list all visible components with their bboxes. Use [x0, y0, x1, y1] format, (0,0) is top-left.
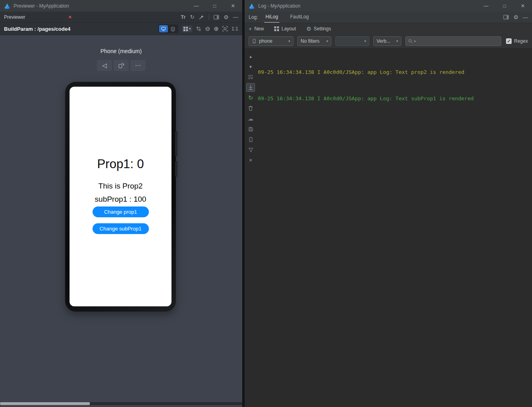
log-line: 09-25 16:34:34.138 I A0c0d0/JSApp: app L… [258, 68, 529, 77]
phone-volume-button [175, 131, 177, 157]
zoom-ratio-label[interactable]: 1:1 [231, 26, 238, 32]
close-button[interactable]: × [514, 0, 532, 12]
change-prop1-button[interactable]: Change prop1 [92, 206, 149, 217]
scroll-to-top-button[interactable]: ▲ [246, 52, 255, 61]
restart-icon: ↻ [248, 94, 253, 101]
toolbar-divider [209, 14, 209, 20]
phone-icon [252, 39, 257, 44]
soft-wrap-button[interactable] [246, 73, 255, 81]
maximize-button[interactable]: □ [205, 0, 224, 12]
horizontal-scrollbar[interactable] [0, 402, 242, 405]
archive-button[interactable]: ☁ [246, 114, 255, 123]
hide-panel-icon[interactable]: — [233, 14, 238, 20]
layers-view-toggle[interactable] [169, 25, 177, 32]
close-icon: × [521, 2, 524, 10]
hide-panel-icon[interactable]: — [523, 14, 528, 20]
filter-select[interactable]: No filters ▾ [297, 36, 331, 46]
device-label: Phone (medium) [0, 48, 242, 54]
close-button[interactable]: × [224, 0, 242, 12]
chevron-down-icon: ▾ [189, 27, 191, 31]
save-icon [248, 127, 253, 132]
minimize-button[interactable]: — [187, 0, 205, 12]
build-param-row: BuildParam : /pages/code4 ▾ ⊖ ⊕ [0, 23, 242, 35]
change-subprop1-button[interactable]: Change subProp1 [92, 223, 149, 234]
crop-frame-icon[interactable] [196, 26, 201, 32]
search-options-icon[interactable]: ▾ [414, 40, 416, 43]
log-level-value: Verb... [377, 38, 391, 44]
layout-button[interactable]: Layout [274, 26, 296, 32]
log-titlebar: Log - MyApplication — □ × [245, 0, 532, 12]
tab-faultlog[interactable]: FaultLog [289, 12, 310, 23]
prop1-text: Prop1: 0 [70, 157, 171, 171]
tab-previewer[interactable]: Previewer [4, 14, 25, 20]
scroll-top-icon: ▲ [249, 54, 253, 59]
device-log-button[interactable] [246, 135, 255, 144]
device-select-value: phone [259, 38, 272, 44]
scrollbar-thumb[interactable] [0, 402, 90, 405]
grid-options-dropdown[interactable]: ▾ [182, 26, 193, 32]
save-log-button[interactable] [246, 125, 255, 133]
process-select[interactable]: ▾ [335, 36, 369, 46]
log-level-select[interactable]: Verb... ▾ [373, 36, 401, 46]
phone-icon [248, 137, 253, 142]
minimize-icon: — [484, 3, 488, 9]
clear-log-button[interactable] [246, 104, 255, 113]
chevron-down-icon: ▾ [396, 39, 398, 43]
rotate-button[interactable] [114, 60, 129, 71]
screen-view-toggle[interactable] [159, 25, 168, 32]
maximize-button[interactable]: □ [495, 0, 514, 12]
previewer-window: Previewer - MyApplication — □ × Previewe… [0, 0, 242, 407]
maximize-icon: □ [213, 3, 216, 9]
tab-hilog[interactable]: HiLog [264, 12, 279, 23]
scroll-to-end-button[interactable] [246, 83, 255, 92]
cloud-icon: ☁ [248, 115, 253, 122]
log-line: 09-25 16:34:34.138 I A0c0d0/JSApp: app L… [258, 94, 529, 103]
deveco-logo-icon [4, 3, 10, 9]
rotate-icon [118, 62, 124, 69]
log-side-toolbar: ▲ ▼ ↻ ☁ × [245, 52, 256, 165]
layers-icon [170, 26, 175, 32]
minimize-button[interactable]: — [477, 0, 495, 12]
back-icon: ◁ [102, 62, 107, 69]
fit-to-screen-icon[interactable] [222, 26, 228, 32]
previewer-window-controls: — □ × [187, 0, 242, 12]
log-label: Log: [249, 14, 258, 20]
log-window-controls: — □ × [477, 0, 532, 12]
log-search-input[interactable]: ▾ [405, 36, 501, 46]
close-icon: × [249, 157, 252, 163]
view-mode-toggle [158, 24, 178, 33]
restart-session-button[interactable]: ↻ [246, 93, 255, 102]
close-icon: × [231, 2, 235, 10]
panel-layout-icon[interactable] [503, 14, 509, 20]
log-window-title: Log - MyApplication [258, 3, 300, 9]
back-button[interactable]: ◁ [97, 60, 112, 71]
filter-log-button[interactable] [246, 145, 255, 154]
refresh-icon[interactable]: ↻ [190, 14, 195, 20]
close-log-button[interactable]: × [246, 156, 255, 165]
subprop1-text: subProp1 : 100 [70, 195, 171, 204]
scroll-to-bottom-button[interactable]: ▼ [246, 62, 255, 71]
settings-button-label: Settings [314, 26, 331, 32]
more-button[interactable]: ⋯ [130, 60, 145, 71]
zoom-in-icon[interactable]: ⊕ [214, 25, 219, 32]
panel-layout-icon[interactable] [213, 14, 219, 20]
layout-grid-icon [274, 26, 279, 31]
settings-button[interactable]: ⚙ Settings [306, 26, 331, 32]
gear-icon[interactable]: ⚙ [223, 14, 229, 20]
log-lines: 09-25 16:34:34.138 I A0c0d0/JSApp: app L… [258, 50, 529, 121]
inspector-wand-icon[interactable] [199, 14, 204, 20]
grid-icon [183, 27, 188, 31]
regex-option[interactable]: ✓ Regex [506, 38, 528, 44]
maximize-icon: □ [503, 3, 506, 9]
font-scale-icon[interactable]: Tr [181, 14, 185, 20]
search-icon [408, 39, 413, 44]
device-select[interactable]: phone ▾ [249, 36, 293, 46]
regex-checkbox[interactable]: ✓ [506, 38, 512, 44]
log-filter-row: phone ▾ No filters ▾ ▾ Verb... ▾ ▾ ✓ Reg… [245, 34, 532, 49]
gear-icon[interactable]: ⚙ [513, 14, 518, 20]
minimize-icon: — [194, 3, 199, 9]
previewer-tab-row: Previewer × Tr ↻ ⚙ — [0, 12, 242, 23]
tab-close-icon[interactable]: × [68, 14, 72, 20]
new-button[interactable]: + New [249, 26, 264, 32]
zoom-out-icon[interactable]: ⊖ [205, 25, 210, 32]
